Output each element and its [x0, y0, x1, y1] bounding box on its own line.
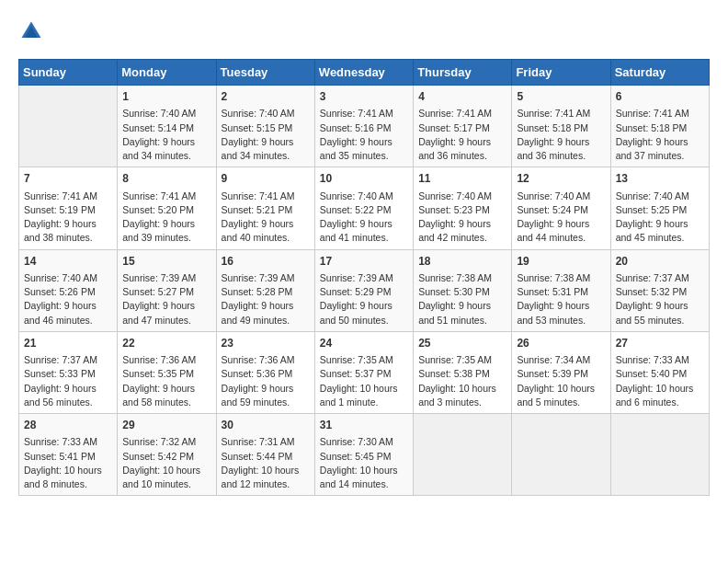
calendar-cell: 27Sunrise: 7:33 AMSunset: 5:40 PMDayligh… — [610, 331, 709, 413]
sunset-text: Sunset: 5:22 PM — [320, 204, 392, 215]
calendar-cell: 23Sunrise: 7:36 AMSunset: 5:36 PMDayligh… — [216, 331, 314, 413]
header-friday: Friday — [512, 60, 610, 86]
sunrise-text: Sunrise: 7:41 AM — [418, 108, 492, 119]
sunset-text: Sunset: 5:40 PM — [616, 368, 688, 379]
sunset-text: Sunset: 5:15 PM — [222, 122, 293, 133]
sunrise-text: Sunrise: 7:40 AM — [320, 190, 393, 201]
sunrise-text: Sunrise: 7:39 AM — [222, 272, 295, 283]
day-number: 5 — [517, 89, 605, 105]
day-number: 12 — [517, 171, 605, 187]
day-number: 8 — [122, 171, 210, 187]
sunset-text: Sunset: 5:20 PM — [122, 204, 194, 215]
calendar-cell: 26Sunrise: 7:34 AMSunset: 5:39 PMDayligh… — [512, 331, 610, 413]
sunrise-text: Sunrise: 7:31 AM — [222, 436, 295, 447]
sunrise-text: Sunrise: 7:38 AM — [418, 272, 492, 283]
calendar-cell: 22Sunrise: 7:36 AMSunset: 5:35 PMDayligh… — [118, 331, 216, 413]
calendar-cell: 11Sunrise: 7:40 AMSunset: 5:23 PMDayligh… — [414, 167, 512, 249]
sunset-text: Sunset: 5:45 PM — [320, 451, 392, 462]
day-number: 15 — [122, 254, 210, 270]
calendar-cell: 13Sunrise: 7:40 AMSunset: 5:25 PMDayligh… — [610, 167, 709, 249]
daylight-text: Daylight: 9 hours and 39 minutes. — [122, 218, 195, 243]
day-number: 4 — [418, 89, 506, 105]
day-number: 1 — [122, 89, 210, 105]
calendar-cell: 5Sunrise: 7:41 AMSunset: 5:18 PMDaylight… — [512, 86, 610, 167]
sunset-text: Sunset: 5:16 PM — [320, 122, 392, 133]
day-number: 23 — [222, 336, 310, 351]
sunset-text: Sunset: 5:24 PM — [517, 204, 588, 215]
daylight-text: Daylight: 10 hours and 1 minute. — [320, 383, 398, 408]
sunset-text: Sunset: 5:26 PM — [24, 286, 96, 297]
calendar-cell: 25Sunrise: 7:35 AMSunset: 5:38 PMDayligh… — [414, 331, 512, 413]
daylight-text: Daylight: 9 hours and 58 minutes. — [122, 383, 195, 408]
calendar-cell: 31Sunrise: 7:30 AMSunset: 5:45 PMDayligh… — [314, 414, 413, 496]
calendar-cell: 24Sunrise: 7:35 AMSunset: 5:37 PMDayligh… — [314, 331, 413, 413]
day-number: 13 — [616, 171, 704, 187]
sunrise-text: Sunrise: 7:34 AM — [517, 354, 590, 365]
daylight-text: Daylight: 9 hours and 34 minutes. — [122, 136, 195, 161]
sunset-text: Sunset: 5:27 PM — [122, 286, 194, 297]
calendar-table: SundayMondayTuesdayWednesdayThursdayFrid… — [18, 59, 710, 496]
daylight-text: Daylight: 9 hours and 44 minutes. — [517, 218, 589, 243]
daylight-text: Daylight: 10 hours and 3 minutes. — [418, 383, 496, 408]
calendar-cell: 29Sunrise: 7:32 AMSunset: 5:42 PMDayligh… — [118, 414, 216, 496]
calendar-week-row: 21Sunrise: 7:37 AMSunset: 5:33 PMDayligh… — [19, 331, 710, 413]
daylight-text: Daylight: 10 hours and 8 minutes. — [24, 465, 102, 489]
daylight-text: Daylight: 9 hours and 59 minutes. — [222, 383, 294, 408]
daylight-text: Daylight: 9 hours and 51 minutes. — [418, 300, 491, 325]
calendar-cell: 20Sunrise: 7:37 AMSunset: 5:32 PMDayligh… — [610, 249, 709, 331]
calendar-cell: 16Sunrise: 7:39 AMSunset: 5:28 PMDayligh… — [216, 249, 314, 331]
sunset-text: Sunset: 5:18 PM — [616, 122, 688, 133]
daylight-text: Daylight: 9 hours and 49 minutes. — [222, 300, 294, 325]
calendar-cell: 3Sunrise: 7:41 AMSunset: 5:16 PMDaylight… — [314, 86, 413, 167]
sunset-text: Sunset: 5:14 PM — [122, 122, 194, 133]
daylight-text: Daylight: 9 hours and 50 minutes. — [320, 300, 392, 325]
header-sunday: Sunday — [19, 60, 118, 86]
daylight-text: Daylight: 9 hours and 56 minutes. — [24, 383, 97, 408]
daylight-text: Daylight: 9 hours and 46 minutes. — [24, 300, 97, 325]
calendar-cell: 21Sunrise: 7:37 AMSunset: 5:33 PMDayligh… — [19, 331, 118, 413]
sunset-text: Sunset: 5:42 PM — [122, 451, 194, 462]
calendar-cell: 19Sunrise: 7:38 AMSunset: 5:31 PMDayligh… — [512, 249, 610, 331]
daylight-text: Daylight: 10 hours and 5 minutes. — [517, 383, 595, 408]
day-number: 7 — [24, 171, 112, 187]
day-number: 30 — [222, 418, 310, 433]
daylight-text: Daylight: 9 hours and 45 minutes. — [616, 218, 688, 243]
calendar-cell — [414, 414, 512, 496]
logo-icon — [18, 18, 44, 44]
daylight-text: Daylight: 9 hours and 37 minutes. — [616, 136, 688, 161]
day-number: 6 — [616, 89, 704, 105]
day-number: 17 — [320, 254, 408, 270]
sunrise-text: Sunrise: 7:33 AM — [616, 354, 689, 365]
sunset-text: Sunset: 5:41 PM — [24, 451, 96, 462]
sunrise-text: Sunrise: 7:41 AM — [517, 108, 590, 119]
day-number: 11 — [418, 171, 506, 187]
sunset-text: Sunset: 5:31 PM — [517, 286, 588, 297]
calendar-cell: 1Sunrise: 7:40 AMSunset: 5:14 PMDaylight… — [118, 86, 216, 167]
calendar-cell: 30Sunrise: 7:31 AMSunset: 5:44 PMDayligh… — [216, 414, 314, 496]
calendar-header-row: SundayMondayTuesdayWednesdayThursdayFrid… — [19, 60, 710, 86]
daylight-text: Daylight: 9 hours and 47 minutes. — [122, 300, 195, 325]
sunrise-text: Sunrise: 7:40 AM — [616, 190, 689, 201]
sunrise-text: Sunrise: 7:40 AM — [122, 108, 196, 119]
sunrise-text: Sunrise: 7:37 AM — [616, 272, 689, 283]
logo — [18, 18, 48, 44]
sunrise-text: Sunrise: 7:33 AM — [24, 436, 97, 447]
sunrise-text: Sunrise: 7:41 AM — [222, 190, 295, 201]
sunrise-text: Sunrise: 7:40 AM — [24, 272, 97, 283]
calendar-cell: 15Sunrise: 7:39 AMSunset: 5:27 PMDayligh… — [118, 249, 216, 331]
sunset-text: Sunset: 5:18 PM — [517, 122, 588, 133]
sunrise-text: Sunrise: 7:30 AM — [320, 436, 393, 447]
calendar-body: 1Sunrise: 7:40 AMSunset: 5:14 PMDaylight… — [19, 86, 710, 496]
sunset-text: Sunset: 5:35 PM — [122, 368, 194, 379]
calendar-cell: 28Sunrise: 7:33 AMSunset: 5:41 PMDayligh… — [19, 414, 118, 496]
daylight-text: Daylight: 9 hours and 41 minutes. — [320, 218, 392, 243]
sunrise-text: Sunrise: 7:38 AM — [517, 272, 590, 283]
day-number: 31 — [320, 418, 408, 433]
calendar-cell: 17Sunrise: 7:39 AMSunset: 5:29 PMDayligh… — [314, 249, 413, 331]
sunset-text: Sunset: 5:21 PM — [222, 204, 293, 215]
day-number: 14 — [24, 254, 112, 270]
day-number: 20 — [616, 254, 704, 270]
page-header — [18, 18, 710, 44]
sunset-text: Sunset: 5:17 PM — [418, 122, 490, 133]
calendar-cell — [512, 414, 610, 496]
